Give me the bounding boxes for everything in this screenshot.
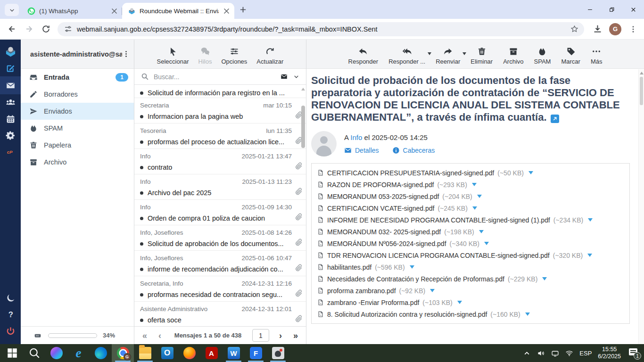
attachment-name[interactable]: TDR RENOVACION LICENCIA PROGRAMA CONTABL… <box>327 252 550 259</box>
attachment-name[interactable]: zambrano -Enviar Proforma.pdf <box>327 299 419 306</box>
message-row[interactable]: Info, Joseflores 2025-01-06 10:47 inform… <box>134 251 306 276</box>
folder-menu-icon[interactable] <box>122 50 130 58</box>
attachment-item[interactable]: habilitantes.pdf (~596 KB) <box>317 261 624 273</box>
browser-tab[interactable]: (1) WhatsApp <box>22 3 122 19</box>
reader-scrollbar-thumb[interactable] <box>640 77 643 105</box>
attachment-item[interactable]: CERTIFICACION VCATE-signed.pdf (~245 KB) <box>317 202 624 214</box>
rail-item[interactable] <box>0 323 21 339</box>
notification-center[interactable]: 1 <box>629 348 639 358</box>
folder-item[interactable]: Enviados <box>21 103 134 120</box>
attachment-item[interactable]: 8. Solicitud Autorización contra y resol… <box>317 308 624 320</box>
attachment-name[interactable]: INFORME DE NECESIDAD PROGRAMA CONTABLE-s… <box>327 216 550 224</box>
folder-item[interactable]: Papelera <box>21 137 134 154</box>
folder-item[interactable]: Archivo <box>21 154 134 171</box>
attachment-item[interactable]: proforma zambrano.pdf (~92 KB) <box>317 285 435 296</box>
taskbar-clock[interactable]: 15:55 6/2/2025 <box>598 346 621 360</box>
address-bar[interactable]: webmail.sanjuan.gob.ec/cpsess3272438975/… <box>58 22 584 36</box>
attachment-item[interactable]: TDR RENOVACION LICENCIA PROGRAMA CONTABL… <box>317 249 624 261</box>
header-action-link[interactable]: Detalles <box>344 147 379 154</box>
message-row[interactable]: Secretaria, Info 2024-12-31 12:16 profor… <box>134 276 306 302</box>
tab-close-icon[interactable] <box>110 7 118 15</box>
list-toolbar-button[interactable]: Hilos <box>198 47 212 65</box>
attachment-menu-caret-icon[interactable] <box>457 301 462 304</box>
rail-item[interactable]: ? <box>0 306 21 323</box>
search-options-chevron-icon[interactable] <box>293 74 299 80</box>
attachment-menu-caret-icon[interactable] <box>528 171 533 174</box>
close-button[interactable] <box>622 0 644 19</box>
rail-item[interactable] <box>0 290 21 306</box>
minimize-button[interactable] <box>579 0 601 19</box>
search-icon[interactable] <box>141 73 149 81</box>
bookmark-star-icon[interactable] <box>570 25 578 33</box>
rail-item[interactable] <box>0 43 21 60</box>
reader-toolbar-button[interactable]: Más <box>591 47 603 65</box>
list-scrollbar-thumb[interactable] <box>301 106 305 148</box>
attachment-menu-caret-icon[interactable] <box>542 277 547 280</box>
message-row[interactable]: Asistente Administrativo 2024-12-31 12:0… <box>134 302 306 326</box>
message-row[interactable]: Secretaria mar 10:15 Informacion para la… <box>134 98 306 123</box>
reader-toolbar-button[interactable]: Reenviar <box>436 47 460 65</box>
message-row[interactable]: Info 2025-01-13 11:23 Archivo del pac 20… <box>134 174 306 200</box>
reader-scrollbar[interactable] <box>638 69 644 344</box>
attachment-name[interactable]: proforma zambrano.pdf <box>327 287 396 295</box>
taskbar-app[interactable] <box>223 344 245 362</box>
folder-item[interactable]: Borradores <box>21 86 134 103</box>
taskbar-app[interactable] <box>178 344 200 362</box>
attachment-menu-caret-icon[interactable] <box>472 206 477 210</box>
attachment-item[interactable]: MEMORÁNDUM Nº056-2024-signed.pdf (~340 K… <box>317 238 624 249</box>
taskbar-app[interactable] <box>112 344 134 362</box>
folder-item[interactable]: Entrada 1 <box>21 69 134 86</box>
tray-overflow-chevron-icon[interactable] <box>523 349 531 357</box>
last-page-button[interactable]: » <box>292 332 299 339</box>
rail-item[interactable] <box>0 60 21 76</box>
recipient-link[interactable]: Info <box>350 133 362 141</box>
reader-toolbar-button[interactable]: Responder <box>348 47 379 65</box>
attachment-menu-caret-icon[interactable] <box>479 230 484 233</box>
attachment-item[interactable]: MEMORANDUM 053-2025-signed.pdf (~204 KB) <box>317 190 624 202</box>
attachment-menu-caret-icon[interactable] <box>430 289 435 292</box>
browser-menu-icon[interactable] <box>629 25 637 33</box>
prev-page-button[interactable]: ‹ <box>156 332 164 339</box>
attachment-item[interactable]: Necesidades de Contratación y Recepción … <box>317 273 624 285</box>
next-page-button[interactable]: › <box>277 332 284 339</box>
message-row[interactable]: Tesoreria lun 11:35 proformas del proces… <box>134 123 306 149</box>
message-row[interactable]: Info, Joseflores 2025-01-08 14:26 Solici… <box>134 225 306 251</box>
attachment-name[interactable]: MEMORANDUM 053-2025-signed.pdf <box>327 193 439 200</box>
taskbar-app[interactable] <box>1 344 23 362</box>
list-toolbar-button[interactable]: Opciones <box>221 47 247 65</box>
list-toolbar-button[interactable]: Seleccionar <box>157 47 189 65</box>
message-row[interactable]: Info 2025-01-09 14:30 Orden de compra 01… <box>134 200 306 225</box>
attachment-item[interactable]: MEMORANDUM 032- 2025-signed.pdf (~198 KB… <box>317 226 624 238</box>
tab-search-button[interactable] <box>5 4 19 16</box>
taskbar-app[interactable] <box>200 344 223 362</box>
attachment-menu-caret-icon[interactable] <box>525 313 530 316</box>
reader-toolbar-button[interactable]: Archivo <box>503 47 523 65</box>
attachment-name[interactable]: RAZON DE PROFORMA-signed.pdf <box>327 181 434 189</box>
dropdown-caret-icon[interactable] <box>428 52 431 55</box>
attachment-menu-caret-icon[interactable] <box>410 265 414 269</box>
attachment-menu-caret-icon[interactable] <box>588 218 593 222</box>
taskbar-app[interactable] <box>90 344 112 362</box>
search-scope-icon[interactable] <box>280 73 289 80</box>
restore-button[interactable] <box>601 0 622 19</box>
list-toolbar-button[interactable]: Actualizar <box>256 47 283 65</box>
language-indicator[interactable]: ESP <box>579 350 592 357</box>
rail-item[interactable] <box>0 127 21 144</box>
profile-avatar[interactable]: G <box>609 23 621 35</box>
taskbar-app[interactable] <box>245 344 267 362</box>
reload-button[interactable] <box>39 22 53 36</box>
downloads-icon[interactable] <box>593 24 603 34</box>
wifi-icon[interactable] <box>565 349 573 357</box>
rail-item[interactable] <box>0 76 21 94</box>
list-scrollbar[interactable] <box>301 85 305 326</box>
forward-button[interactable] <box>22 22 36 36</box>
folder-item[interactable]: SPAM <box>21 120 134 137</box>
attachment-menu-caret-icon[interactable] <box>472 183 477 186</box>
reader-toolbar-button[interactable]: Marcar <box>561 47 580 65</box>
attachment-name[interactable]: CERTIFICACION VCATE-signed.pdf <box>327 205 434 212</box>
dropdown-caret-icon[interactable] <box>462 52 466 55</box>
message-row[interactable]: Solicitud de información para registro e… <box>134 85 306 98</box>
browser-tab[interactable]: Roundcube Webmail :: Enviados <box>122 3 234 19</box>
attachment-name[interactable]: habilitantes.pdf <box>327 263 372 271</box>
attachment-item[interactable]: CERTIFICACION PRESUPUESTARIA-signed-sign… <box>317 167 624 179</box>
